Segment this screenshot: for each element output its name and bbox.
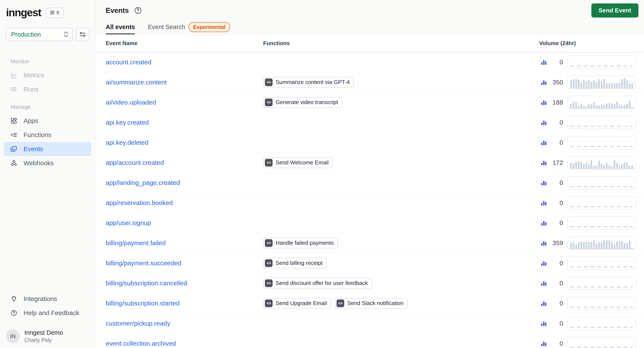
tab-label: All events (106, 23, 135, 30)
zero-volume-dashed-line (570, 327, 633, 328)
function-badges: <>Send Upgrade Email<>Send Slack notific… (254, 298, 514, 309)
tab-all-events[interactable]: All events (106, 20, 135, 34)
volume-cell: 0 (514, 297, 644, 310)
function-badge[interactable]: <>Send Upgrade Email (263, 298, 331, 309)
tab-event-search[interactable]: Event Search Experimental (148, 20, 230, 34)
function-badge-label: Handle failed payments (276, 240, 334, 246)
volume-cell: 0 (514, 277, 644, 290)
volume-sparkline (568, 317, 636, 330)
sidebar-item-label: Functions (24, 131, 51, 138)
environment-select[interactable]: Production (6, 28, 73, 41)
volume-cell: 350 (514, 76, 644, 89)
event-name-link[interactable]: api.key.deleted (96, 139, 254, 146)
volume-cell: 188 (514, 96, 644, 109)
section-label-monitor: Monitor (4, 58, 91, 65)
function-badge[interactable]: <>Send discount offer for user feedback (263, 278, 372, 289)
volume-value: 350 (550, 79, 563, 86)
code-icon: <> (265, 239, 272, 247)
volume-count: 0 (541, 58, 563, 66)
volume-count: 350 (541, 79, 563, 86)
function-badge-label: Send billing receipt (276, 260, 323, 266)
event-name-link[interactable]: app/account.created (96, 159, 254, 166)
zero-volume-dashed-line (570, 287, 633, 288)
column-header-functions: Functions (254, 40, 514, 47)
sidebar-item-apps[interactable]: Apps (4, 114, 91, 128)
volume-sparkline (568, 236, 636, 250)
volume-cell: 0 (514, 196, 644, 210)
zero-volume-dashed-line (570, 186, 633, 187)
volume-value: 0 (550, 260, 563, 267)
account-menu[interactable]: IN Inngest Demo Charly Poly (0, 324, 95, 348)
org-name: Inngest Demo (24, 329, 63, 336)
event-name-link[interactable]: api.key.created (96, 119, 254, 126)
page-help-icon[interactable] (134, 6, 142, 14)
bar-chart-icon (541, 240, 547, 246)
function-badge[interactable]: <>Send Welcome Email (263, 157, 333, 168)
webhooks-icon (10, 159, 18, 167)
function-badge[interactable]: <>Send Slack notification (335, 298, 408, 309)
sidebar-item-runs[interactable]: Runs (4, 82, 91, 96)
inngest-logo: inngest (6, 6, 41, 19)
event-name-link[interactable]: ai/video.uploaded (96, 99, 254, 106)
function-badge[interactable]: <>Generate video transcript (263, 97, 342, 108)
bar-chart-icon (541, 260, 547, 266)
volume-count: 0 (541, 280, 563, 287)
bar-chart-icon (541, 160, 547, 165)
volume-count: 0 (541, 179, 563, 186)
table-row: api.key.created 0 (96, 112, 644, 133)
volume-count: 172 (541, 159, 563, 166)
sidebar-item-label: Integrations (24, 295, 57, 303)
code-icon: <> (265, 300, 272, 307)
event-name-link[interactable]: event.collection.archived (96, 340, 254, 347)
zero-volume-dashed-line (570, 66, 633, 66)
code-icon: <> (265, 279, 272, 287)
volume-sparkline (568, 196, 636, 210)
sidebar-item-integrations[interactable]: Integrations (4, 292, 91, 306)
table-row: account.created 0 (96, 52, 644, 72)
volume-cell: 0 (514, 116, 644, 129)
volume-cell: 0 (514, 55, 644, 69)
volume-cell: 359 (514, 236, 644, 250)
sidebar-item-label: Runs (24, 86, 38, 93)
event-name-link[interactable]: billing/subscription.started (96, 300, 254, 307)
bar-chart-icon (541, 300, 547, 306)
event-name-link[interactable]: app/user.signup (96, 219, 254, 227)
sidebar-item-label: Webhooks (24, 159, 54, 167)
sidebar-item-events[interactable]: Events (4, 142, 91, 156)
sidebar-item-metrics[interactable]: Metrics (4, 68, 91, 82)
volume-sparkline (568, 76, 636, 89)
sidebar-item-functions[interactable]: Functions (4, 128, 91, 142)
send-event-button[interactable]: Send Event (591, 3, 638, 17)
zero-volume-dashed-line (570, 267, 633, 267)
events-table-body: account.created 0 ai/summarize.content <… (96, 52, 644, 348)
event-name-link[interactable]: ai/summarize.content (96, 79, 254, 86)
bar-chart-icon (541, 119, 547, 125)
event-name-link[interactable]: app/reservation.booked (96, 199, 254, 207)
sidebar-item-webhooks[interactable]: Webhooks (4, 156, 91, 170)
volume-sparkline (568, 337, 636, 348)
table-row: event.collection.archived 0 (96, 334, 644, 348)
event-name-link[interactable]: customer/pickup.ready (96, 320, 254, 327)
event-name-link[interactable]: account.created (96, 58, 254, 66)
function-badges: <>Send discount offer for user feedback (254, 278, 514, 289)
event-name-link[interactable]: billing/subscription.cancelled (96, 280, 254, 287)
code-icon: <> (265, 159, 272, 167)
volume-value: 172 (550, 159, 563, 166)
volume-sparkline (568, 96, 636, 109)
volume-count: 0 (541, 139, 563, 146)
event-name-link[interactable]: billing/payment.failed (96, 239, 254, 247)
function-badge[interactable]: <>Send billing receipt (263, 258, 327, 269)
environment-settings-button[interactable] (76, 28, 89, 41)
table-row: app/reservation.booked 0 (96, 193, 644, 213)
function-badge[interactable]: <>Summarize content via GPT-4 (263, 77, 354, 88)
sidebar-item-help[interactable]: Help and Feedback (4, 306, 91, 320)
event-name-link[interactable]: billing/payment.succeeded (96, 260, 254, 267)
bar-chart-icon (541, 220, 547, 226)
function-badge[interactable]: <>Handle failed payments (263, 238, 338, 248)
command-k-shortcut[interactable]: ⌘ K (46, 7, 64, 18)
volume-cell: 0 (514, 216, 644, 230)
event-name-link[interactable]: app/landing_page.created (96, 179, 254, 186)
volume-sparkline (568, 176, 636, 189)
bar-chart-icon (541, 280, 547, 286)
bar-chart-icon (541, 79, 547, 85)
